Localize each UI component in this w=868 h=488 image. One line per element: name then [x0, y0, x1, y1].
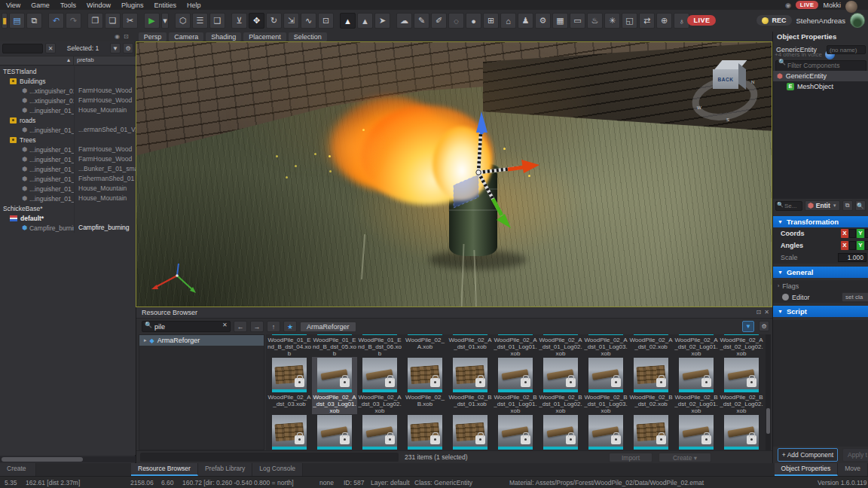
tab-camera[interactable]: Camera [169, 32, 203, 41]
instances-button[interactable]: ❑ [209, 13, 225, 29]
breadcrumb[interactable]: ArmaReforger [300, 322, 356, 332]
redo-button[interactable]: ↷ [66, 13, 81, 29]
filter-icon[interactable]: ▼ [110, 43, 121, 53]
tree-row[interactable]: ⬢...inguisher_01_33514...Bunker_E_01_sma… [0, 164, 136, 174]
grid-vscrollbar-thumb[interactable] [766, 408, 770, 434]
asset-item[interactable]: WoodPile_02_A_dst_01.xob [448, 334, 493, 357]
tab-persp[interactable]: Persp [139, 32, 167, 41]
bug-button[interactable]: ✳ [604, 13, 620, 29]
environment-button[interactable]: ☁ [396, 13, 412, 29]
filter-components-input[interactable] [775, 60, 866, 72]
asset-item[interactable]: WoodPile_02_B [357, 414, 402, 450]
tab-move[interactable]: Move [838, 463, 868, 476]
open-external-icon[interactable]: ⧉ [842, 200, 853, 211]
entity-combo[interactable]: ⬢ Entit ▼ [805, 200, 840, 211]
mesh-button[interactable]: ⬡ [175, 13, 191, 29]
hscrollbar-thumb[interactable] [2, 457, 83, 462]
tree-row[interactable]: ⬢...inguisher_01_12897House_Mountain [0, 105, 136, 115]
gizmo-x-axis[interactable] [521, 160, 539, 173]
dock-icon[interactable]: ⊡ [756, 309, 762, 316]
paste-button[interactable]: ❏ [105, 13, 121, 29]
search-extra-icon[interactable]: 🔍 [855, 200, 866, 211]
tree-row[interactable]: ⬢...inguisher_01_38420FishermanShed_01 [0, 174, 136, 184]
asset-item[interactable]: WoodPile_02_A_dst_01_Log03.xob [583, 334, 628, 357]
menu-help[interactable]: Help [187, 2, 201, 9]
nav-cube-front-face[interactable]: BACK [713, 69, 738, 89]
asset-item[interactable]: WoodPile_02_A_dst_03.xob [267, 357, 312, 414]
gizmo-z-axis[interactable] [476, 111, 487, 133]
tab-object-properties[interactable]: Object Properties [775, 463, 839, 476]
asset-item[interactable]: WoodPile_02_E [719, 414, 764, 450]
asset-item[interactable]: WoodPile_02_B [312, 414, 357, 450]
marquee-button[interactable]: ⊡ [318, 13, 334, 29]
menu-view[interactable]: View [6, 2, 20, 9]
resource-tree-item[interactable]: ▸ ◆ ArmaReforger [139, 335, 264, 346]
asset-item[interactable]: WoodPile_02_B_dst_02_Log02.xob [719, 357, 764, 414]
apply-button[interactable]: Apply t [842, 448, 868, 462]
asset-item[interactable]: WoodPile_02_A_dst_03_Log01.xob [312, 357, 357, 414]
asset-item[interactable]: WoodPile_02_E [628, 414, 674, 450]
asset-item[interactable]: WoodPile_02_B_dst_02.xob [628, 357, 674, 414]
gizmo-center[interactable] [476, 170, 481, 175]
asset-item[interactable]: WoodPile_02_B.xob [402, 357, 448, 414]
asset-item[interactable]: WoodPile_02_A_dst_02.xob [628, 334, 674, 357]
scale-value[interactable]: 1.000 [838, 253, 866, 262]
tab-log-console[interactable]: Log Console [252, 463, 303, 476]
entity-name-input[interactable] [827, 45, 866, 54]
asset-item[interactable]: WoodPile_02_B_dst_01.xob [448, 357, 493, 414]
building-button[interactable]: ⌂ [500, 13, 516, 29]
asset-item[interactable]: WoodPile_02_B_dst_01_Log03.xob [583, 357, 628, 414]
viewport-3d[interactable]: BACK W S N [136, 41, 772, 307]
undo-button[interactable]: ↶ [48, 13, 64, 29]
asset-item[interactable]: WoodPile_01_End_B_dst_06.xob [357, 334, 402, 357]
tab-selection[interactable]: Selection [289, 32, 327, 41]
asset-item[interactable]: WoodPile_02_A_dst_03_Log02.xob [357, 357, 402, 414]
asset-item[interactable]: WoodPile_02_A_dst_02_Log01.xob [674, 334, 719, 357]
lasso-button[interactable]: ◌ [448, 13, 464, 29]
asset-item[interactable]: WoodPile_02_B_dst_01_Log02.xob [538, 357, 583, 414]
terrain-button[interactable]: ▲ [340, 13, 356, 29]
up-button[interactable]: ↑ [267, 321, 280, 332]
back-button[interactable]: ← [234, 321, 247, 332]
import-button[interactable]: Import [609, 453, 653, 462]
scale-button[interactable]: ⇲ [283, 13, 299, 29]
folder-partial-icon[interactable]: ▮ [2, 13, 8, 29]
coords-values[interactable]: X Y [841, 229, 868, 238]
flags-row[interactable]: ›Flags [773, 280, 868, 291]
nav-cube-side-face[interactable] [738, 63, 746, 90]
expand-arrow-icon[interactable]: ▸ [144, 337, 147, 343]
tab-placement[interactable]: Placement [243, 32, 286, 41]
gear-cloud-button[interactable]: ⚙ [535, 13, 551, 29]
gizmo-y-axis[interactable] [497, 214, 511, 228]
clear-filter-icon[interactable]: ✕ [45, 43, 56, 53]
tab-create[interactable]: Create [0, 463, 36, 476]
angles-values[interactable]: X Y [841, 241, 868, 250]
asset-item[interactable]: WoodPile_02_A_dst_02_Log02.xob [719, 334, 764, 357]
rotate-button[interactable]: ↻ [266, 13, 282, 29]
tree-row[interactable]: ⬢Campfire_burning_1Campfire_burning [0, 223, 136, 233]
asset-item[interactable]: WoodPile_02_E [583, 414, 628, 450]
nav-cube[interactable]: BACK [711, 60, 746, 93]
tree-row[interactable]: TESTIsland [0, 66, 136, 76]
layers-button[interactable]: ☰ [192, 13, 208, 29]
tab-prefab-library[interactable]: Prefab Library [198, 463, 252, 476]
menu-game[interactable]: Game [31, 2, 50, 9]
clear-search-icon[interactable]: ✕ [222, 322, 228, 328]
frame-button[interactable]: ▭ [570, 13, 585, 29]
close-icon[interactable]: ✕ [764, 309, 769, 316]
tree-row[interactable]: SchickeBase* [0, 203, 136, 213]
swap-button[interactable]: ⇄ [639, 13, 655, 29]
pen-button[interactable]: ✎ [414, 13, 429, 29]
sphere-button[interactable]: ● [466, 13, 481, 29]
asset-item[interactable]: WoodPile_02_E [538, 414, 583, 450]
play-options-button[interactable]: ▾ [161, 13, 169, 29]
menu-entities[interactable]: Entities [154, 2, 176, 9]
menu-window[interactable]: Window [87, 2, 111, 9]
tree-row[interactable]: roads [0, 115, 136, 125]
asset-item[interactable]: WoodPile_02_B_dst_01_Log01.xob [493, 357, 538, 414]
add-component-button[interactable]: + Add Component [778, 448, 838, 462]
asset-item[interactable]: WoodPile_02_A.xob [402, 334, 448, 357]
set-class-button[interactable]: set cla [842, 292, 868, 302]
crop-button[interactable]: ◱ [622, 13, 637, 29]
section-script[interactable]: ▼Script [773, 306, 868, 317]
